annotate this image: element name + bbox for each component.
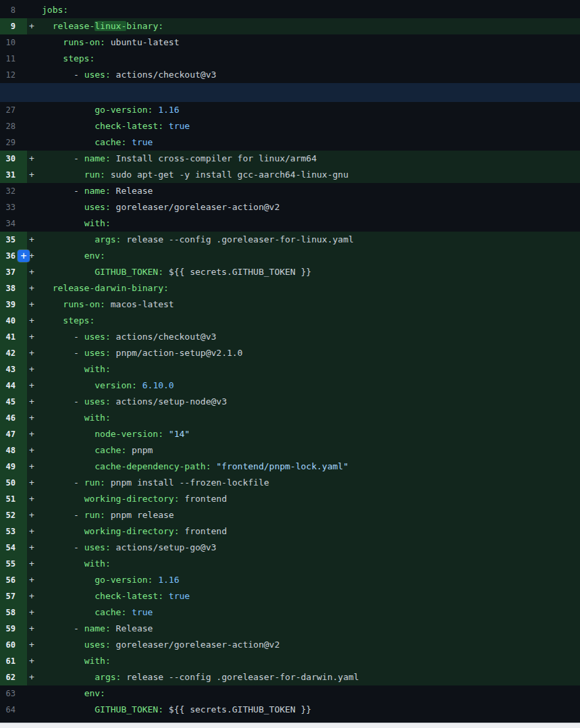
line-number[interactable]: 49 [0, 459, 27, 475]
diff-line: 8jobs: [0, 2, 580, 18]
diff-marker [27, 2, 36, 18]
expand-hidden-lines-row[interactable] [0, 83, 580, 102]
line-number[interactable]: 9 [0, 18, 27, 34]
code-text: env: [36, 248, 105, 264]
add-comment-button[interactable]: + [18, 250, 30, 262]
code-text: args: release --config .goreleaser-for-l… [36, 232, 354, 248]
diff-line: 43+ with: [0, 361, 580, 378]
diff-line: 50+ - run: pnpm install --frozen-lockfil… [0, 475, 580, 491]
code-text: with: [36, 410, 111, 426]
line-number[interactable]: 60 [0, 637, 27, 653]
diff-line: 9+ release-linux-binary: [0, 18, 580, 34]
diff-marker [27, 183, 36, 199]
code-text: check-latest: true [36, 588, 190, 604]
line-number[interactable]: 29 [0, 134, 27, 151]
diff-line: 53+ working-directory: frontend [0, 523, 580, 540]
diff-line: 47+ node-version: "14" [0, 426, 580, 442]
line-number[interactable]: 56 [0, 572, 27, 588]
line-number[interactable]: 46 [0, 410, 27, 426]
page-background-strip [0, 723, 580, 728]
diff-line: 27 go-version: 1.16 [0, 102, 580, 118]
code-text: version: 6.10.0 [36, 378, 174, 394]
line-number[interactable]: 48 [0, 442, 27, 459]
code-text: release-darwin-binary: [36, 280, 169, 296]
line-number[interactable]: 28 [0, 118, 27, 134]
line-number[interactable]: 51 [0, 491, 27, 507]
code-text: - uses: actions/checkout@v3 [36, 329, 216, 345]
line-number[interactable]: 34 [0, 215, 27, 232]
line-number[interactable]: 45 [0, 394, 27, 410]
diff-marker: + [27, 264, 36, 280]
line-number[interactable]: 62 [0, 669, 27, 685]
diff-line: 42+ - uses: pnpm/action-setup@v2.1.0 [0, 345, 580, 361]
line-number[interactable]: 64 [0, 702, 27, 718]
diff-view: 8jobs:9+ release-linux-binary:10 runs-on… [0, 0, 580, 723]
line-number[interactable]: 63 [0, 685, 27, 702]
diff-marker [27, 118, 36, 134]
code-text: steps: [36, 313, 95, 329]
diff-line: 44+ version: 6.10.0 [0, 378, 580, 394]
diff-line: 38+ release-darwin-binary: [0, 280, 580, 296]
line-number[interactable]: 42 [0, 345, 27, 361]
line-number[interactable]: 35 [0, 232, 27, 248]
diff-marker: + [27, 507, 36, 523]
code-text: GITHUB_TOKEN: ${{ secrets.GITHUB_TOKEN }… [36, 702, 311, 718]
diff-marker [27, 215, 36, 232]
line-number[interactable]: 53 [0, 523, 27, 540]
line-number[interactable]: 33 [0, 199, 27, 215]
diff-line: 63 env: [0, 685, 580, 702]
code-text: - uses: actions/setup-go@v3 [36, 540, 216, 556]
line-number[interactable]: 10 [0, 34, 27, 51]
diff-marker [27, 67, 36, 83]
line-number[interactable]: 41 [0, 329, 27, 345]
code-text: with: [36, 361, 111, 378]
line-number[interactable]: 61 [0, 653, 27, 669]
code-text: - uses: actions/setup-node@v3 [36, 394, 227, 410]
line-number[interactable]: 30 [0, 151, 27, 167]
line-number[interactable]: 12 [0, 67, 27, 83]
line-number[interactable]: 8 [0, 2, 27, 18]
code-text: release-linux-binary: [36, 18, 163, 34]
line-number[interactable]: 40 [0, 313, 27, 329]
line-number[interactable]: 38 [0, 280, 27, 296]
diff-line: 49+ cache-dependency-path: "frontend/pnp… [0, 459, 580, 475]
line-number[interactable]: 43 [0, 361, 27, 378]
diff-marker [27, 102, 36, 118]
line-number[interactable]: 11 [0, 51, 27, 67]
code-text: steps: [36, 51, 95, 67]
diff-line: 30+ - name: Install cross-compiler for l… [0, 151, 580, 167]
diff-line: 29 cache: true [0, 134, 580, 151]
diff-marker: + [27, 232, 36, 248]
line-number[interactable]: 32 [0, 183, 27, 199]
diff-line: 32 - name: Release [0, 183, 580, 199]
line-number[interactable]: 31 [0, 167, 27, 183]
line-number[interactable]: 55 [0, 556, 27, 572]
code-text: - uses: actions/checkout@v3 [36, 67, 216, 83]
diff-marker [27, 134, 36, 151]
line-number[interactable]: 57 [0, 588, 27, 604]
line-number[interactable]: 59 [0, 621, 27, 637]
diff-line: 28 check-latest: true [0, 118, 580, 134]
line-number[interactable]: 47 [0, 426, 27, 442]
line-number[interactable]: 54 [0, 540, 27, 556]
code-text: with: [36, 556, 111, 572]
diff-marker: + [27, 345, 36, 361]
line-number[interactable]: 27 [0, 102, 27, 118]
line-number[interactable]: 37 [0, 264, 27, 280]
diff-marker: + [27, 167, 36, 183]
code-text: - uses: pnpm/action-setup@v2.1.0 [36, 345, 242, 361]
diff-line: 35+ args: release --config .goreleaser-f… [0, 232, 580, 248]
diff-line: 59+ - name: Release [0, 621, 580, 637]
line-number[interactable]: 44 [0, 378, 27, 394]
code-text: go-version: 1.16 [36, 102, 180, 118]
line-number[interactable]: 50 [0, 475, 27, 491]
diff-marker: + [27, 280, 36, 296]
diff-line: 11 steps: [0, 51, 580, 67]
diff-marker: + [27, 426, 36, 442]
diff-line: 60+ uses: goreleaser/goreleaser-action@v… [0, 637, 580, 653]
diff-marker: + [27, 653, 36, 669]
diff-line: 40+ steps: [0, 313, 580, 329]
line-number[interactable]: 52 [0, 507, 27, 523]
line-number[interactable]: 39 [0, 296, 27, 313]
line-number[interactable]: 58 [0, 604, 27, 621]
